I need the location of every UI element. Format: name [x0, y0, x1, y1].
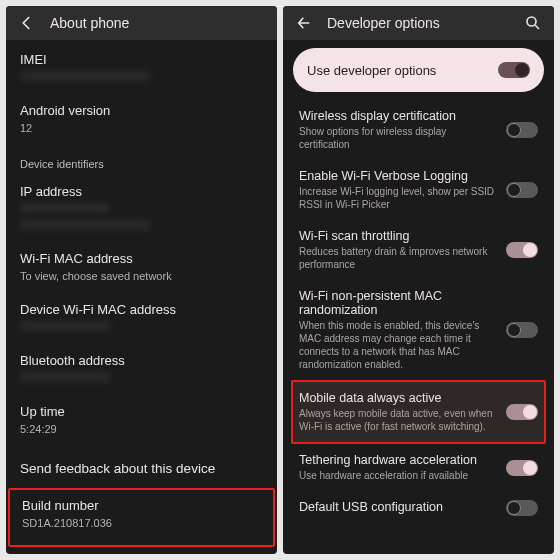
row-desc: Always keep mobile data active, even whe…	[299, 407, 496, 433]
toggle[interactable]	[506, 500, 538, 516]
android-version-value: 12	[20, 121, 263, 136]
row-label: Wi-Fi non-persistent MAC randomization	[299, 289, 496, 317]
wifi-mac-row[interactable]: Wi-Fi MAC address To view, choose saved …	[6, 243, 277, 294]
toggle[interactable]	[506, 182, 538, 198]
row-label: Enable Wi-Fi Verbose Logging	[299, 169, 496, 183]
row-label: Default USB configuration	[299, 500, 496, 514]
bluetooth-label: Bluetooth address	[20, 353, 263, 368]
row-desc: When this mode is enabled, this device's…	[299, 319, 496, 371]
build-number-label: Build number	[22, 498, 261, 513]
build-number-value: SD1A.210817.036	[22, 516, 261, 531]
toggle[interactable]	[506, 460, 538, 476]
device-identifiers-header: Device identifiers	[6, 146, 277, 176]
use-dev-toggle[interactable]	[498, 62, 530, 78]
use-dev-label: Use developer options	[307, 63, 436, 78]
wifi-mac-label: Wi-Fi MAC address	[20, 251, 263, 266]
default-usb-config-row[interactable]: Default USB configuration	[293, 491, 544, 525]
uptime-value: 5:24:29	[20, 422, 263, 437]
wifi-mac-randomization-row[interactable]: Wi-Fi non-persistent MAC randomization W…	[293, 280, 544, 380]
toggle[interactable]	[506, 322, 538, 338]
svg-point-0	[527, 17, 536, 26]
send-feedback-label: Send feedback about this device	[20, 461, 215, 476]
android-version-row[interactable]: Android version 12	[6, 95, 277, 146]
toggle[interactable]	[506, 404, 538, 420]
device-wifi-mac-row[interactable]: Device Wi-Fi MAC address	[6, 294, 277, 345]
row-desc: Reduces battery drain & improves network…	[299, 245, 496, 271]
imei-label: IMEI	[20, 52, 263, 67]
wifi-mac-value: To view, choose saved network	[20, 269, 263, 284]
row-label: Mobile data always active	[299, 391, 496, 405]
search-icon[interactable]	[524, 14, 542, 32]
use-developer-options-row[interactable]: Use developer options	[293, 48, 544, 92]
mobile-data-always-active-row[interactable]: Mobile data always active Always keep mo…	[291, 380, 546, 444]
dev-content: Use developer options Wireless display c…	[283, 40, 554, 525]
titlebar-about: About phone	[6, 6, 277, 40]
wifi-scan-throttling-row[interactable]: Wi-Fi scan throttling Reduces battery dr…	[293, 220, 544, 280]
row-label: Tethering hardware acceleration	[299, 453, 496, 467]
about-content: IMEI Android version 12 Device identifie…	[6, 40, 277, 554]
row-desc: Use hardware acceleration if available	[299, 469, 496, 482]
row-label: Wireless display certification	[299, 109, 496, 123]
ip-address-label: IP address	[20, 184, 263, 199]
wireless-display-cert-row[interactable]: Wireless display certification Show opti…	[293, 100, 544, 160]
page-title: Developer options	[327, 15, 440, 31]
android-version-label: Android version	[20, 103, 263, 118]
toggle[interactable]	[506, 242, 538, 258]
uptime-label: Up time	[20, 404, 263, 419]
row-desc: Show options for wireless display certif…	[299, 125, 496, 151]
toggle[interactable]	[506, 122, 538, 138]
device-wifi-mac-label: Device Wi-Fi MAC address	[20, 302, 263, 317]
titlebar-dev: Developer options	[283, 6, 554, 40]
ip-address-value	[20, 202, 263, 234]
page-title: About phone	[50, 15, 129, 31]
device-wifi-mac-value	[20, 320, 263, 335]
about-phone-screen: About phone IMEI Android version 12 Devi…	[6, 6, 277, 554]
ip-address-row[interactable]: IP address	[6, 176, 277, 244]
row-label: Wi-Fi scan throttling	[299, 229, 496, 243]
back-icon[interactable]	[295, 14, 313, 32]
developer-options-screen: Developer options Use developer options …	[283, 6, 554, 554]
row-desc: Increase Wi-Fi logging level, show per S…	[299, 185, 496, 211]
imei-value	[20, 70, 263, 85]
imei-row[interactable]: IMEI	[6, 44, 277, 95]
tethering-hw-accel-row[interactable]: Tethering hardware acceleration Use hard…	[293, 444, 544, 491]
back-icon[interactable]	[18, 14, 36, 32]
bluetooth-value	[20, 371, 263, 386]
bluetooth-address-row[interactable]: Bluetooth address	[6, 345, 277, 396]
uptime-row[interactable]: Up time 5:24:29	[6, 396, 277, 447]
build-number-row[interactable]: Build number SD1A.210817.036	[8, 488, 275, 547]
wifi-verbose-logging-row[interactable]: Enable Wi-Fi Verbose Logging Increase Wi…	[293, 160, 544, 220]
send-feedback-row[interactable]: Send feedback about this device	[6, 447, 277, 488]
